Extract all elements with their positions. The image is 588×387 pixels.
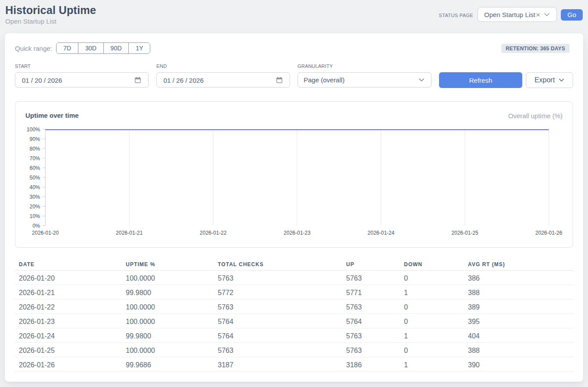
table-cell: 5763 [342,328,400,342]
table-row: 2026-01-2199.9800577257711388 [14,285,574,299]
table-cell: 5763 [213,342,342,357]
x-axis-tick-label: 2026-01-23 [283,230,311,236]
go-button[interactable]: Go [561,9,583,21]
table-cell: 386 [464,270,574,285]
table-cell: 2026-01-22 [14,299,121,313]
x-axis-tick-label: 2026-01-26 [535,230,563,236]
table-cell: 1 [400,285,464,299]
quick-range-1y[interactable]: 1Y [128,43,150,53]
granularity-value: Page (overall) [304,76,418,84]
table-cell: 5763 [213,270,342,285]
start-label: START [15,64,31,69]
status-page-bar: STATUS PAGE Open Startup List × Go [439,7,583,22]
table-row: 2026-01-2699.9686318731861390 [14,357,574,371]
table-cell: 1 [400,357,464,371]
table-cell: 3186 [342,357,400,371]
column-header: DOWN [400,259,464,270]
table-cell: 100.0000 [121,342,213,357]
table-cell: 390 [464,357,574,371]
table-row: 2026-01-22100.0000576357630389 [14,299,574,313]
table-row: 2026-01-25100.0000576357630388 [14,342,574,357]
x-axis-tick-label: 2026-01-25 [451,230,478,236]
column-header: TOTAL CHECKS [213,259,342,270]
table-cell: 395 [464,313,574,328]
y-axis-tick-label: 40% [29,184,40,190]
retention-badge: RETENTION: 365 DAYS [501,44,570,53]
clear-selection-icon[interactable]: × [536,11,541,19]
uptime-chart-card: Uptime over time Overall uptime (%) 0%10… [15,101,573,248]
quick-range-90d[interactable]: 90D [103,43,129,53]
table-cell: 5763 [342,342,400,357]
y-axis-tick-label: 20% [29,204,40,210]
granularity-select[interactable]: Page (overall) [298,72,432,88]
quick-range-label: Quick range: [15,45,52,52]
granularity-label: GRANULARITY [298,64,333,69]
table-cell: 2026-01-21 [14,285,121,299]
table-cell: 5771 [342,285,400,299]
table-cell: 2026-01-23 [14,313,121,328]
table-cell: 100.0000 [121,313,213,328]
table-cell: 0 [400,270,464,285]
y-axis-tick-label: 50% [29,175,40,181]
page-title: Historical Uptime [5,5,96,16]
refresh-button[interactable]: Refresh [439,72,522,88]
table-cell: 3187 [213,357,342,371]
x-axis-tick-label: 2026-01-24 [368,230,395,236]
y-axis-tick-label: 10% [29,213,40,219]
x-axis-tick-label: 2026-01-22 [200,230,227,236]
table-row: 2026-01-23100.0000576457640395 [14,313,574,328]
status-page-label: STATUS PAGE [439,13,473,18]
end-date-value: 01 / 26 / 2026 [163,77,276,84]
table-cell: 5763 [342,299,400,313]
quick-range-30d[interactable]: 30D [78,43,103,53]
table-cell: 0 [400,299,464,313]
table-cell: 2026-01-25 [14,342,121,357]
y-axis-tick-label: 60% [29,165,40,171]
calendar-icon[interactable] [276,77,283,83]
table-cell: 2026-01-20 [14,270,121,285]
table-cell: 388 [464,342,574,357]
table-cell: 404 [464,328,574,342]
calendar-icon[interactable] [135,77,141,83]
main-card: Quick range: 7D30D90D1Y RETENTION: 365 D… [5,33,583,382]
table-cell: 0 [400,313,464,328]
table-cell: 0 [400,342,464,357]
status-page-select[interactable]: Open Startup List × [478,7,557,22]
table-cell: 5764 [213,313,342,328]
y-axis-tick-label: 70% [29,155,40,162]
column-header: UP [342,259,400,270]
end-date-input[interactable]: 01 / 26 / 2026 [156,72,290,88]
table-cell: 100.0000 [121,299,213,313]
table-cell: 389 [464,299,574,313]
table-cell: 5763 [213,299,342,313]
start-date-value: 01 / 20 / 2026 [22,77,135,84]
y-axis-tick-label: 80% [29,146,40,152]
table-row: 2026-01-20100.0000576357630386 [14,270,574,285]
export-button[interactable]: Export [526,72,573,88]
status-page-select-value: Open Startup List [484,11,535,18]
table-cell: 5772 [213,285,342,299]
table-cell: 2026-01-26 [14,357,121,371]
column-header: AVG RT (MS) [464,259,574,270]
table-row: 2026-01-2499.9800576457631404 [14,328,574,342]
table-cell: 5764 [342,313,400,328]
start-date-input[interactable]: 01 / 20 / 2026 [15,72,149,88]
x-axis-tick-label: 2026-01-20 [32,230,59,236]
y-axis-tick-label: 90% [29,136,40,142]
y-axis-tick-label: 30% [29,194,40,200]
table-cell: 1 [400,328,464,342]
export-button-label: Export [535,76,555,84]
uptime-table: DATEUPTIME %TOTAL CHECKSUPDOWNAVG RT (MS… [14,259,574,372]
column-header: DATE [14,259,121,270]
end-label: END [156,64,167,69]
uptime-line-chart: 0%10%20%30%40%50%60%70%80%90%100%2026-01… [15,102,574,248]
x-axis-tick-label: 2026-01-21 [116,230,143,236]
quick-range-7d[interactable]: 7D [57,43,78,53]
column-header: UPTIME % [121,259,213,270]
table-header-row: DATEUPTIME %TOTAL CHECKSUPDOWNAVG RT (MS… [14,259,574,270]
y-axis-tick-label: 100% [27,127,40,133]
table-cell: 2026-01-24 [14,328,121,342]
table-cell: 5764 [213,328,342,342]
quick-range-group: 7D30D90D1Y [56,42,150,54]
chevron-down-icon [544,13,550,17]
